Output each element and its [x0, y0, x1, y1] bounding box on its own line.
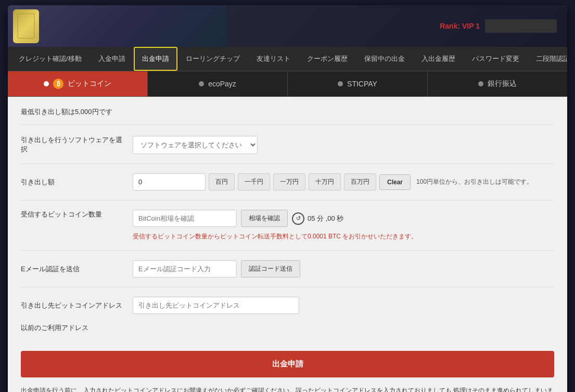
timer-area: ↺ 05 分 ,00 秒: [292, 212, 343, 225]
divider-3: [21, 250, 554, 251]
card-image: [8, 5, 226, 47]
amount-hint: 100円単位から、お引き出しは可能です。: [416, 178, 533, 186]
email-auth-row: Eメール認証を送信 認証コード送信: [21, 260, 554, 277]
bitcoin-icon: ₿: [53, 79, 63, 89]
btc-controls: 相場を確認 ↺ 05 分 ,00 秒 受信するビットコイン数量からビットコイン転…: [133, 210, 554, 241]
sticpay-dot: [338, 81, 343, 86]
bitcoin-label: ビットコイン: [68, 79, 111, 88]
btc-label: 受信するビットコイン数量: [21, 210, 125, 219]
email-controls: 認証コード送信: [133, 260, 554, 277]
nav-tabs: クレジット確認/移動 入金申請 出金申請 ローリングチップ 友達リスト クーポン…: [8, 47, 567, 71]
btn-10000yen[interactable]: 一万円: [273, 173, 305, 191]
amount-label: 引き出し額: [21, 178, 125, 187]
btn-100yen[interactable]: 百円: [209, 173, 235, 191]
modal-header: Rank: VIP 1: [8, 5, 567, 47]
amount-row: 引き出し額 百円 一千円 一万円 十万円 百万円 Clear 100円単位から、…: [21, 173, 554, 191]
tab-coupon[interactable]: クーポン履歴: [299, 47, 356, 71]
prev-address-label: 以前のご利用アドレス: [21, 323, 125, 333]
btc-confirm-row: 相場を確認 ↺ 05 分 ,00 秒: [133, 210, 417, 227]
tab-deposit[interactable]: 入金申請: [90, 47, 134, 71]
tab-withdrawal[interactable]: 出金申請: [134, 47, 177, 71]
software-label: 引き出しを行うソフトウェアを選択: [21, 135, 125, 154]
email-label: Eメール認証を送信: [21, 264, 125, 274]
clear-button[interactable]: Clear: [379, 174, 411, 190]
divider-1: [21, 163, 554, 164]
tab-history[interactable]: 入出金履歴: [413, 47, 464, 71]
tab-bank[interactable]: 銀行振込: [428, 71, 567, 96]
username-badge: [485, 19, 557, 33]
min-amount-notice: 最低引き出し額は5,000円です: [21, 107, 554, 125]
submit-withdrawal-btn[interactable]: 出金申請: [21, 351, 554, 377]
btn-1000yen[interactable]: 一千円: [238, 173, 270, 191]
btc-confirm-btn[interactable]: 相場を確認: [241, 210, 288, 227]
btc-warning: 受信するビットコイン数量からビットコイン転送手数料として0.0001 BTC を…: [133, 232, 417, 241]
card-chip-icon: [13, 9, 39, 43]
payment-method-tabs: ₿ ビットコイン ecoPayz STICPAY 銀行振込: [8, 71, 567, 97]
software-row: 引き出しを行うソフトウェアを選択 ソフトウェアを選択してください: [21, 135, 554, 154]
ecopayz-label: ecoPayz: [208, 80, 236, 88]
timer-icon: ↺: [292, 212, 304, 225]
tab-password[interactable]: パスワード変更: [464, 47, 528, 71]
btc-input-area: 相場を確認 ↺ 05 分 ,00 秒 受信するビットコイン数量からビットコイン転…: [133, 210, 417, 241]
btc-amount-row: 受信するビットコイン数量 相場を確認 ↺ 05 分 ,00 秒 受信するビットコ…: [21, 210, 554, 241]
btn-1000000yen[interactable]: 百万円: [344, 173, 376, 191]
email-send-btn[interactable]: 認証コード送信: [241, 260, 300, 277]
sticpay-label: STICPAY: [347, 80, 377, 88]
warning-text: 出金申請を行う前に、入力されたビットコインアドレスにお間違えがないか必ずご確認く…: [21, 385, 554, 392]
rank-area: Rank: VIP 1: [440, 19, 557, 33]
btc-input[interactable]: [133, 210, 237, 227]
ecopayz-dot: [199, 81, 204, 86]
software-select[interactable]: ソフトウェアを選択してください: [133, 136, 258, 154]
address-row: 引き出し先ビットコインアドレス: [21, 297, 554, 314]
bank-label: 銀行振込: [488, 79, 517, 88]
divider-2: [21, 200, 554, 200]
tab-ecopayz[interactable]: ecoPayz: [148, 71, 288, 96]
bitcoin-dot: [44, 81, 49, 86]
software-control: ソフトウェアを選択してください: [133, 136, 554, 154]
tab-two-factor[interactable]: 二段階認証設定: [528, 47, 567, 71]
timer-text: 05 分 ,00 秒: [308, 214, 343, 223]
address-label: 引き出し先ビットコインアドレス: [21, 301, 125, 310]
amount-controls: 百円 一千円 一万円 十万円 百万円 Clear 100円単位から、お引き出しは…: [133, 173, 554, 191]
tab-sticpay[interactable]: STICPAY: [288, 71, 428, 96]
divider-4: [21, 287, 554, 287]
tab-rolling[interactable]: ローリングチップ: [177, 47, 248, 71]
tab-credit[interactable]: クレジット確認/移動: [10, 47, 90, 71]
email-input[interactable]: [133, 260, 237, 277]
rank-label: Rank: VIP 1: [440, 22, 480, 30]
modal-container: Rank: VIP 1 クレジット確認/移動 入金申請 出金申請 ローリングチッ…: [8, 5, 567, 392]
tab-pending[interactable]: 保留中の出金: [356, 47, 413, 71]
tab-friends[interactable]: 友達リスト: [248, 47, 299, 71]
amount-input[interactable]: [133, 173, 206, 191]
btn-100000yen[interactable]: 十万円: [309, 173, 341, 191]
prev-address-row: 以前のご利用アドレス: [21, 323, 554, 333]
address-controls: [133, 297, 554, 314]
bank-dot: [478, 81, 483, 86]
address-input[interactable]: [133, 297, 299, 314]
tab-bitcoin[interactable]: ₿ ビットコイン: [8, 71, 148, 96]
main-content: 最低引き出し額は5,000円です 引き出しを行うソフトウェアを選択 ソフトウェア…: [8, 97, 567, 392]
